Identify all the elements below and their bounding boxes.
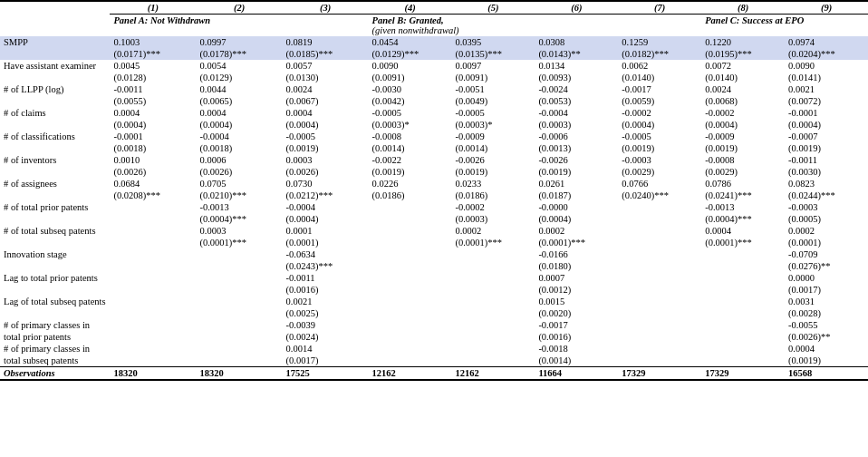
cell-row12-col7 <box>618 319 701 331</box>
cell-row9-col9: -0.0709 <box>785 248 868 260</box>
cell-row2-col7: -0.0017 <box>618 83 701 95</box>
cell-row3-col9: -0.0001 <box>785 107 868 119</box>
se-cell-row7-col9: (0.0005) <box>785 213 868 225</box>
se-cell-row12-col4 <box>369 331 452 343</box>
se-cell-row4-col8: (0.0019) <box>701 142 785 154</box>
data-row-3: # of claims0.00040.00040.0004-0.0005-0.0… <box>0 107 868 119</box>
row-label-10: Lag to total prior patents <box>0 272 110 284</box>
se-row-0: (0.0171)***(0.0178)***(0.0185)***(0.0129… <box>0 48 868 60</box>
row-label2-13: total subseq patents <box>0 355 110 367</box>
cell-row4-col1: -0.0001 <box>110 131 196 142</box>
row-label2-3 <box>0 119 110 131</box>
observations-col-4: 12162 <box>369 367 452 381</box>
se-cell-row5-col4: (0.0019) <box>369 166 452 178</box>
cell-row2-col5: -0.0051 <box>451 83 535 95</box>
cell-row10-col8 <box>701 272 785 284</box>
se-cell-row8-col5: (0.0001)*** <box>451 237 535 248</box>
cell-row11-col6: 0.0015 <box>535 296 618 307</box>
se-cell-row0-col9: (0.0204)*** <box>785 48 868 60</box>
cell-row5-col8: -0.0008 <box>701 154 785 166</box>
se-cell-row1-col8: (0.0140) <box>701 72 785 83</box>
cell-row2-col4: -0.0030 <box>369 83 452 95</box>
cell-row9-col5 <box>451 248 535 260</box>
se-cell-row4-col9: (0.0019) <box>785 142 868 154</box>
cell-row10-col1 <box>110 272 196 284</box>
cell-row3-col6: -0.0004 <box>535 107 618 119</box>
se-cell-row6-col6: (0.0187) <box>535 190 618 201</box>
cell-row1-col2: 0.0054 <box>197 60 283 72</box>
se-cell-row10-col3: (0.0016) <box>283 284 369 296</box>
row-label2-0 <box>0 48 110 60</box>
se-row-5: (0.0026)(0.0026)(0.0026)(0.0019)(0.0019)… <box>0 166 868 178</box>
cell-row0-col1: 0.1003 <box>110 36 196 48</box>
cell-row4-col6: -0.0006 <box>535 131 618 142</box>
data-row-11: Lag of total subseq patents0.00210.00150… <box>0 296 868 307</box>
cell-row6-col6: 0.0261 <box>535 178 618 190</box>
se-cell-row13-col5 <box>451 355 535 367</box>
cell-row1-col7: 0.0062 <box>618 60 701 72</box>
data-row-9: Innovation stage-0.0634-0.0166-0.0709 <box>0 248 868 260</box>
cell-row10-col4 <box>369 272 452 284</box>
se-cell-row9-col4 <box>369 260 452 272</box>
cell-row9-col3: -0.0634 <box>283 248 369 260</box>
se-cell-row1-col3: (0.0130) <box>283 72 369 83</box>
cell-row0-col5: 0.0395 <box>451 36 535 48</box>
se-cell-row0-col7: (0.0182)*** <box>618 48 701 60</box>
se-cell-row5-col1: (0.0026) <box>110 166 196 178</box>
cell-row10-col3: -0.0011 <box>283 272 369 284</box>
se-row-7: (0.0004)***(0.0004)(0.0003)(0.0004)(0.00… <box>0 213 868 225</box>
se-cell-row9-col8 <box>701 260 785 272</box>
cell-row1-col9: 0.0090 <box>785 60 868 72</box>
observations-col-3: 17525 <box>283 367 369 381</box>
data-row-7: # of total prior patents-0.0013-0.0004-0… <box>0 201 868 213</box>
cell-row1-col4: 0.0090 <box>369 60 452 72</box>
observations-col-8: 17329 <box>701 367 785 381</box>
cell-row13-col6: -0.0018 <box>535 343 618 355</box>
cell-row1-col1: 0.0045 <box>110 60 196 72</box>
se-cell-row10-col4 <box>369 284 452 296</box>
se-cell-row1-col9: (0.0141) <box>785 72 868 83</box>
se-cell-row4-col4: (0.0014) <box>369 142 452 154</box>
se-cell-row7-col5: (0.0003) <box>451 213 535 225</box>
row-label2-7 <box>0 213 110 225</box>
row-label2-2 <box>0 95 110 107</box>
se-cell-row5-col2: (0.0026) <box>197 166 283 178</box>
se-cell-row5-col3: (0.0026) <box>283 166 369 178</box>
se-cell-row10-col6: (0.0012) <box>535 284 618 296</box>
cell-row12-col5 <box>451 319 535 331</box>
cell-row2-col8: 0.0024 <box>701 83 785 95</box>
cell-row3-col7: -0.0002 <box>618 107 701 119</box>
observations-col-5: 12162 <box>451 367 535 381</box>
se-cell-row0-col1: (0.0171)*** <box>110 48 196 60</box>
cell-row11-col2 <box>197 296 283 307</box>
cell-row3-col1: 0.0004 <box>110 107 196 119</box>
cell-row4-col9: -0.0007 <box>785 131 868 142</box>
cell-row11-col4 <box>369 296 452 307</box>
data-row-1: Have assistant examiner0.00450.00540.005… <box>0 60 868 72</box>
cell-row3-col5: -0.0005 <box>451 107 535 119</box>
cell-row6-col4: 0.0226 <box>369 178 452 190</box>
cell-row10-col5 <box>451 272 535 284</box>
col-2-header: (2) <box>197 1 283 15</box>
cell-row2-col3: 0.0024 <box>283 83 369 95</box>
se-cell-row9-col6: (0.0180) <box>535 260 618 272</box>
col-8-header: (8) <box>701 1 785 15</box>
se-cell-row9-col9: (0.0276)** <box>785 260 868 272</box>
cell-row2-col9: 0.0021 <box>785 83 868 95</box>
se-row-12: total prior patents(0.0024)(0.0016)(0.00… <box>0 331 868 343</box>
cell-row5-col9: -0.0011 <box>785 154 868 166</box>
cell-row5-col1: 0.0010 <box>110 154 196 166</box>
col-5-header: (5) <box>451 1 535 15</box>
row-label-4: # of classifications <box>0 131 110 142</box>
cell-row0-col4: 0.0454 <box>369 36 452 48</box>
cell-row13-col1 <box>110 343 196 355</box>
se-cell-row9-col2 <box>197 260 283 272</box>
cell-row13-col7 <box>618 343 701 355</box>
se-cell-row2-col6: (0.0053) <box>535 95 618 107</box>
cell-row0-col7: 0.1259 <box>618 36 701 48</box>
se-cell-row1-col6: (0.0093) <box>535 72 618 83</box>
se-cell-row3-col5: (0.0003)* <box>451 119 535 131</box>
se-cell-row7-col8: (0.0004)*** <box>701 213 785 225</box>
cell-row0-col9: 0.0974 <box>785 36 868 48</box>
col-6-header: (6) <box>535 1 618 15</box>
